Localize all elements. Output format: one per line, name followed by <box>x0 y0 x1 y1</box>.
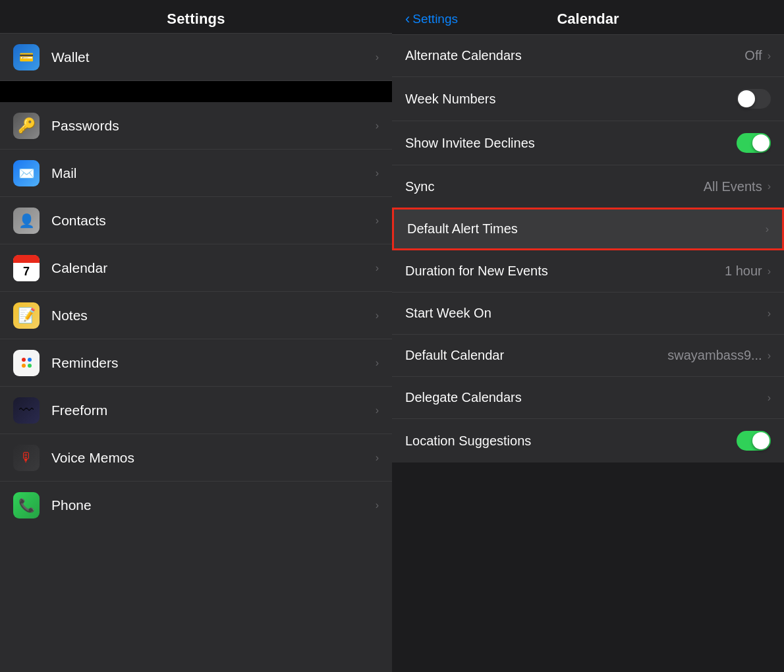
freeform-chevron: › <box>376 405 379 416</box>
notes-icon-glyph: 📝 <box>18 307 36 324</box>
week-numbers-label: Week Numbers <box>405 92 737 107</box>
duration-chevron: › <box>768 266 771 277</box>
default-alert-times-chevron: › <box>766 223 769 235</box>
start-week-on-label: Start Week On <box>405 306 768 321</box>
right-panel: ‹ Settings Calendar Alternate Calendars … <box>392 0 784 672</box>
notes-chevron: › <box>376 310 379 322</box>
left-panel-title: Settings <box>167 11 225 27</box>
location-suggestions-toggle-knob <box>752 432 770 449</box>
freeform-label: Freeform <box>51 403 376 418</box>
cal-section-bottom: Duration for New Events 1 hour › Start W… <box>392 250 784 462</box>
sync-value: All Events <box>704 179 762 194</box>
back-chevron-icon: ‹ <box>405 11 410 28</box>
calendar-icon: 7 <box>13 255 40 281</box>
cal-row-default-calendar[interactable]: Default Calendar swayambass9... › <box>392 335 784 377</box>
default-calendar-label: Default Calendar <box>405 348 667 363</box>
duration-value: 1 hour <box>725 264 762 279</box>
settings-row-voicememos[interactable]: 🎙 Voice Memos › <box>0 434 392 482</box>
settings-row-freeform[interactable]: 〰 Freeform › <box>0 387 392 434</box>
cal-row-duration[interactable]: Duration for New Events 1 hour › <box>392 250 784 293</box>
reminders-chevron: › <box>376 357 379 369</box>
contacts-label: Contacts <box>51 213 376 229</box>
mail-icon: ✉️ <box>13 160 40 186</box>
cal-row-default-alert-times[interactable]: Default Alert Times › <box>392 208 784 250</box>
show-invitee-declines-toggle-knob <box>752 134 770 152</box>
voicememos-chevron: › <box>376 452 379 464</box>
wallet-label: Wallet <box>51 49 376 65</box>
right-header-inner: ‹ Settings Calendar <box>405 11 771 28</box>
contacts-icon: 👤 <box>13 208 40 234</box>
voicememos-icon-glyph: 🎙 <box>20 450 33 465</box>
reminders-icon <box>13 350 40 376</box>
freeform-icon-glyph: 〰 <box>19 402 34 419</box>
right-header: ‹ Settings Calendar <box>392 0 784 35</box>
delegate-calendars-label: Delegate Calendars <box>405 390 768 405</box>
wallet-icon: 💳 <box>13 44 40 70</box>
phone-label: Phone <box>51 497 376 513</box>
left-header: Settings <box>0 0 392 34</box>
mail-chevron: › <box>376 167 379 179</box>
calendar-label: Calendar <box>51 260 376 276</box>
cal-section-top: Alternate Calendars Off › Week Numbers S… <box>392 35 784 208</box>
notes-label: Notes <box>51 308 376 323</box>
contacts-icon-glyph: 👤 <box>18 213 35 229</box>
settings-row-contacts[interactable]: 👤 Contacts › <box>0 197 392 244</box>
settings-row-notes[interactable]: 📝 Notes › <box>0 292 392 339</box>
red-arrow-annotation <box>0 252 13 285</box>
settings-row-mail[interactable]: ✉️ Mail › <box>0 150 392 197</box>
cal-row-alternate-calendars[interactable]: Alternate Calendars Off › <box>392 35 784 77</box>
cal-row-delegate-calendars[interactable]: Delegate Calendars › <box>392 377 784 419</box>
calendar-chevron: › <box>376 262 379 274</box>
cal-row-week-numbers[interactable]: Week Numbers <box>392 77 784 121</box>
default-alert-times-label: Default Alert Times <box>407 221 766 237</box>
phone-icon-glyph: 📞 <box>18 497 35 513</box>
voicememos-label: Voice Memos <box>51 450 376 466</box>
settings-row-passwords[interactable]: 🔑 Passwords › <box>0 102 392 150</box>
duration-label: Duration for New Events <box>405 264 725 279</box>
mail-icon-glyph: ✉️ <box>18 165 35 181</box>
settings-row-calendar[interactable]: 7 Calendar › <box>0 244 392 292</box>
contacts-chevron: › <box>376 215 379 227</box>
show-invitee-declines-toggle[interactable] <box>737 133 771 153</box>
cal-row-sync[interactable]: Sync All Events › <box>392 165 784 208</box>
calendar-icon-top <box>13 255 40 263</box>
start-week-on-chevron: › <box>768 308 771 320</box>
back-button-label: Settings <box>412 12 458 26</box>
default-calendar-value: swayambass9... <box>667 348 762 363</box>
phone-icon: 📞 <box>13 492 40 518</box>
cal-row-location-suggestions[interactable]: Location Suggestions <box>392 419 784 462</box>
notes-icon: 📝 <box>13 302 40 329</box>
freeform-icon: 〰 <box>13 397 40 424</box>
mail-label: Mail <box>51 165 376 181</box>
show-invitee-declines-label: Show Invitee Declines <box>405 136 737 151</box>
cal-row-show-invitee-declines[interactable]: Show Invitee Declines <box>392 121 784 165</box>
week-numbers-toggle-knob <box>738 90 755 107</box>
sync-chevron: › <box>768 181 771 192</box>
settings-list: 🔑 Passwords › ✉️ Mail › 👤 Contacts › <box>0 102 392 672</box>
settings-row-phone[interactable]: 📞 Phone › <box>0 482 392 529</box>
reminders-icon-dots <box>22 358 32 368</box>
voicememos-icon: 🎙 <box>13 445 40 471</box>
passwords-icon: 🔑 <box>13 113 40 139</box>
calendar-icon-date: 7 <box>13 263 40 281</box>
right-panel-title: Calendar <box>557 11 619 28</box>
reminders-label: Reminders <box>51 355 376 371</box>
location-suggestions-label: Location Suggestions <box>405 434 737 449</box>
calendar-icon-inner: 7 <box>13 255 40 281</box>
week-numbers-toggle[interactable] <box>737 89 771 109</box>
settings-row-reminders[interactable]: Reminders › <box>0 339 392 387</box>
wallet-chevron: › <box>376 51 379 63</box>
wallet-row[interactable]: 💳 Wallet › <box>0 34 392 81</box>
phone-chevron: › <box>376 499 379 511</box>
delegate-calendars-chevron: › <box>768 392 771 404</box>
alternate-calendars-label: Alternate Calendars <box>405 48 744 63</box>
alternate-calendars-chevron: › <box>768 50 771 62</box>
calendar-settings-list: Alternate Calendars Off › Week Numbers S… <box>392 35 784 672</box>
location-suggestions-toggle[interactable] <box>737 431 771 451</box>
alternate-calendars-value: Off <box>744 48 762 63</box>
back-button[interactable]: ‹ Settings <box>405 11 458 28</box>
left-panel: Settings 💳 Wallet › 🔑 Passwords › ✉️ Mai… <box>0 0 392 672</box>
cal-row-start-week-on[interactable]: Start Week On › <box>392 293 784 335</box>
passwords-icon-glyph: 🔑 <box>18 117 36 134</box>
sync-label: Sync <box>405 179 704 194</box>
